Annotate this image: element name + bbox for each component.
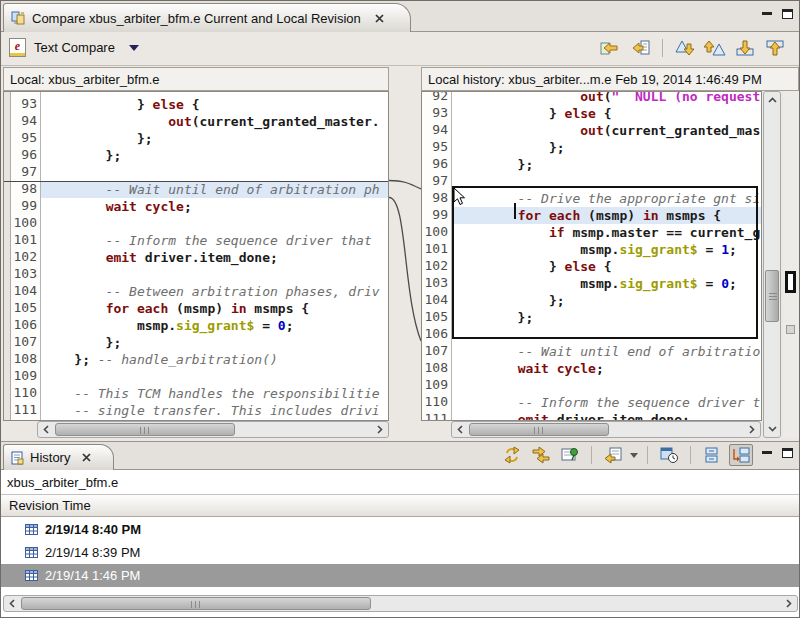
editor-tab-compare[interactable]: Compare xbus_arbiter_bfm.e Current and L…	[3, 3, 411, 32]
left-code-panel[interactable]: 93 } else {94 out(current_granted_master…	[3, 91, 389, 421]
code-line[interactable]: 93 } else {	[422, 105, 761, 122]
code-line[interactable]: 103 msmp.sig_grant$ = 0;	[422, 275, 761, 292]
group-by-date-icon[interactable]	[729, 444, 753, 466]
scroll-right-button[interactable]	[372, 423, 387, 436]
code-line[interactable]: 100	[4, 215, 388, 232]
code-line[interactable]: 108 }; -- handle_arbitration()	[4, 351, 388, 368]
horizontal-scrollbar-thumb[interactable]	[469, 423, 609, 436]
left-horizontal-scrollbar[interactable]	[37, 421, 389, 438]
code-line[interactable]: 98 -- Drive the appropriate gnt si	[422, 190, 761, 207]
overview-position-marker[interactable]	[786, 325, 795, 334]
revision-list: 2/19/14 8:40 PM2/19/14 8:39 PM2/19/14 1:…	[1, 518, 800, 595]
code-text	[41, 215, 388, 232]
code-line[interactable]: 107 };	[4, 334, 388, 351]
compare-mode-dropdown-icon[interactable]	[630, 453, 638, 458]
refresh-icon[interactable]	[500, 444, 524, 466]
code-line[interactable]: 102 } else {	[422, 258, 761, 275]
code-line[interactable]: 110 -- Inform the sequence driver t	[422, 394, 761, 411]
date-format-icon[interactable]	[657, 444, 681, 466]
code-line[interactable]: 111 -- single transfer. This includes dr…	[4, 402, 388, 419]
right-vertical-scrollbar[interactable]	[763, 91, 781, 438]
history-horizontal-scrollbar[interactable]	[3, 595, 798, 612]
copy-all-right-to-left-icon[interactable]	[598, 36, 622, 60]
horizontal-scrollbar-thumb[interactable]	[21, 597, 371, 610]
toolbar-separator	[662, 39, 663, 57]
close-icon[interactable]	[82, 453, 91, 462]
history-tab[interactable]: History	[3, 444, 114, 470]
revision-row[interactable]: 2/19/14 8:40 PM	[1, 518, 800, 541]
scroll-left-button[interactable]	[5, 597, 20, 610]
collapse-all-icon[interactable]	[700, 444, 724, 466]
code-text: -- Wait until end of arbitratio	[452, 343, 761, 360]
maximize-button[interactable]	[782, 9, 793, 19]
left-code-content[interactable]: 93 } else {94 out(current_granted_master…	[4, 96, 388, 419]
previous-difference-icon[interactable]	[703, 36, 727, 60]
minimize-button[interactable]	[762, 10, 772, 19]
code-line[interactable]: 99 wait cycle;	[4, 198, 388, 215]
code-line[interactable]: 96 };	[4, 147, 388, 164]
code-text: out(" NULL (no requests	[452, 91, 761, 105]
code-line[interactable]: 101 msmp.sig_grant$ = 1;	[422, 241, 761, 258]
scroll-up-button[interactable]	[765, 93, 779, 108]
next-difference-icon[interactable]	[673, 36, 697, 60]
code-line[interactable]: 106	[422, 326, 761, 343]
line-number: 110	[4, 385, 41, 402]
scroll-down-button[interactable]	[765, 421, 779, 436]
code-line[interactable]: 109	[4, 368, 388, 385]
overview-change-marker[interactable]	[785, 271, 796, 293]
code-line[interactable]: 93 } else {	[4, 96, 388, 113]
code-line[interactable]: 109	[422, 377, 761, 394]
code-line[interactable]: 111 emit driver.item_done;	[422, 411, 761, 421]
scroll-right-button[interactable]	[781, 597, 796, 610]
revision-row[interactable]: 2/19/14 8:39 PM	[1, 541, 800, 564]
previous-change-icon[interactable]	[763, 36, 787, 60]
scroll-left-button[interactable]	[453, 423, 468, 436]
code-line[interactable]: 105 for each (msmp) in msmps {	[4, 300, 388, 317]
code-line[interactable]: 106 msmp.sig_grant$ = 0;	[4, 317, 388, 334]
code-line[interactable]: 104 };	[422, 292, 761, 309]
code-line[interactable]: 95 };	[422, 139, 761, 156]
code-line[interactable]: 96 };	[422, 156, 761, 173]
revision-row[interactable]: 2/19/14 1:46 PM	[1, 564, 800, 587]
code-line[interactable]: 97	[4, 164, 388, 181]
close-icon[interactable]	[375, 14, 384, 23]
code-line[interactable]: 110 -- This TCM handles the responsibili…	[4, 385, 388, 402]
scroll-right-button[interactable]	[744, 423, 759, 436]
code-line[interactable]: 99 for each (msmp) in msmps {	[422, 207, 761, 224]
compare-editor-icon	[11, 11, 26, 25]
code-line[interactable]: 107 -- Wait until end of arbitratio	[422, 343, 761, 360]
code-line[interactable]: 94 out(current_granted_mas	[422, 122, 761, 139]
overview-ruler[interactable]	[783, 91, 799, 438]
revision-time-column-header[interactable]: Revision Time	[1, 494, 800, 517]
pin-editor-icon[interactable]	[558, 444, 582, 466]
chevron-down-icon[interactable]	[129, 45, 139, 51]
code-line[interactable]: 95 };	[4, 130, 388, 147]
code-line[interactable]: 94 out(current_granted_master.	[4, 113, 388, 130]
vertical-scrollbar-thumb[interactable]	[765, 270, 779, 322]
maximize-button[interactable]	[782, 448, 793, 458]
compare-mode-icon[interactable]	[601, 444, 625, 466]
e-language-file-icon: e	[9, 38, 26, 57]
scroll-left-button[interactable]	[39, 423, 54, 436]
code-line[interactable]: 100 if msmp.master == current_g	[422, 224, 761, 241]
next-change-icon[interactable]	[733, 36, 757, 60]
code-line[interactable]: 97	[422, 173, 761, 190]
code-line[interactable]: 105 };	[422, 309, 761, 326]
code-text: msmp.sig_grant$ = 1;	[452, 241, 761, 258]
link-with-editor-icon[interactable]	[529, 444, 553, 466]
minimize-button[interactable]	[762, 449, 772, 458]
code-line[interactable]: 108 wait cycle;	[422, 360, 761, 377]
horizontal-scrollbar-thumb[interactable]	[55, 423, 235, 436]
right-horizontal-scrollbar[interactable]	[451, 421, 761, 438]
code-line[interactable]: 98 -- Wait until end of arbitration ph	[4, 181, 388, 198]
code-line[interactable]: 103	[4, 266, 388, 283]
code-line[interactable]: 104 -- Between arbitration phases, driv	[4, 283, 388, 300]
code-line[interactable]: 92 out(" NULL (no requests	[422, 91, 761, 105]
right-code-panel[interactable]: 92 out(" NULL (no requests93 } else {94 …	[421, 91, 762, 421]
line-number: 108	[422, 360, 452, 377]
copy-current-right-to-left-icon[interactable]	[628, 36, 652, 60]
right-code-content[interactable]: 92 out(" NULL (no requests93 } else {94 …	[422, 91, 761, 421]
line-number: 104	[4, 283, 41, 300]
code-line[interactable]: 102 emit driver.item_done;	[4, 249, 388, 266]
code-line[interactable]: 101 -- Inform the sequence driver that	[4, 232, 388, 249]
